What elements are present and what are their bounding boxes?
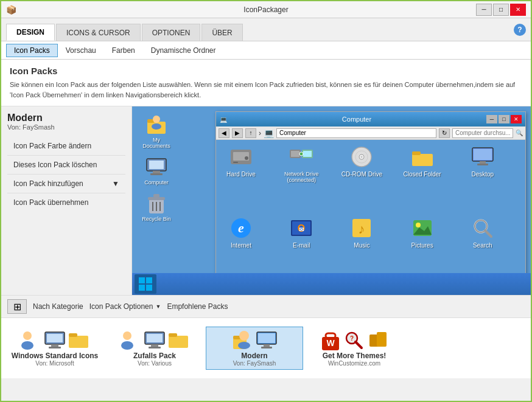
- icon-desktop[interactable]: Desktop: [461, 145, 504, 178]
- breadcrumb-arrow: ›: [259, 129, 261, 137]
- explorer-close[interactable]: ✕: [511, 115, 522, 123]
- explorer-icon-grid: Hard Drive: [216, 140, 525, 284]
- svg-rect-64: [151, 344, 158, 347]
- icon-network-drive[interactable]: Network Drive(connected): [280, 145, 323, 183]
- explorer-forward[interactable]: ▶: [232, 128, 243, 138]
- change-color-menu-item[interactable]: Icon Pack Farbe ändern: [7, 137, 125, 156]
- explorer-path[interactable]: Computer: [276, 128, 436, 138]
- explorer-toolbar: ◀ ▶ ↑ › 💻 Computer ↻ 🔍: [216, 126, 525, 140]
- app-title: IconPackager: [0, 5, 532, 14]
- sidebar-recycle-bin[interactable]: Recycle Bin: [142, 192, 171, 222]
- svg-point-23: [299, 152, 303, 156]
- recommended-label: Empfohlene Packs: [167, 302, 228, 311]
- svg-rect-50: [139, 285, 145, 291]
- hard-drive-label: Hard Drive: [226, 171, 256, 178]
- explorer-search[interactable]: [452, 128, 513, 138]
- tab-icons-cursor[interactable]: ICONS & CURSOR: [56, 24, 141, 41]
- svg-text:♪: ♪: [359, 221, 365, 237]
- apply-pack-menu-item[interactable]: Icon Pack übernehmen: [7, 193, 125, 212]
- icon-hard-drive[interactable]: Hard Drive: [220, 145, 262, 178]
- nach-kategorie-label: Nach Kategorie: [33, 302, 83, 311]
- svg-rect-28: [412, 154, 433, 166]
- svg-text:e: e: [238, 220, 244, 235]
- maximize-button[interactable]: □: [493, 4, 509, 16]
- svg-point-52: [23, 331, 32, 340]
- icon-internet[interactable]: e Internet: [220, 216, 262, 249]
- pack-item-zufalls[interactable]: Zufalls Pack Von: Various: [106, 327, 203, 369]
- icon-closed-folder[interactable]: Closed Folder: [401, 145, 444, 178]
- explorer-window-title: Computer: [227, 116, 486, 123]
- windows-taskbar: [132, 273, 531, 295]
- pack-modern-name: Modern: [241, 352, 267, 360]
- pack-item-get-more[interactable]: W ? Get More Themes! WinCustomize.com: [306, 327, 403, 369]
- icon-search[interactable]: Search: [461, 216, 504, 249]
- pack-options-button[interactable]: Icon Pack Optionen ▼: [89, 302, 161, 311]
- help-button[interactable]: ?: [514, 24, 526, 36]
- page-header: Icon Packs Sie können ein Icon Pack aus …: [1, 60, 531, 106]
- pack-windows-author: Von: Microsoft: [35, 360, 74, 367]
- zufalls-folder-icon: [167, 330, 189, 349]
- svg-rect-63: [147, 334, 163, 342]
- sidebar-my-documents[interactable]: MyDocuments: [142, 113, 170, 149]
- delete-pack-menu-item[interactable]: Dieses Icon Pack löschen: [7, 156, 125, 175]
- main-nav: DESIGN ICONS & CURSOR OPTIONEN ÜBER ?: [1, 18, 531, 41]
- internet-label: Internet: [231, 242, 251, 249]
- selected-pack-author: Von: FaySmash: [7, 123, 125, 131]
- explorer-titlebar: 💻 Computer ─ □ ✕: [216, 112, 525, 126]
- pack-item-windows-standard[interactable]: Windows Standard Icons Von: Microsoft: [6, 327, 103, 369]
- svg-point-27: [360, 156, 363, 158]
- get-more-bag-icon: W: [320, 330, 341, 352]
- grid-icon: ⊞: [13, 301, 21, 313]
- tab-optionen[interactable]: OPTIONEN: [142, 24, 201, 41]
- svg-point-53: [21, 341, 33, 350]
- icon-email[interactable]: O ✉ E-mail: [280, 216, 323, 249]
- icon-pictures[interactable]: Pictures: [401, 216, 444, 249]
- icon-music[interactable]: ♪ Music: [340, 216, 383, 249]
- pack-icons-modern: [232, 330, 278, 352]
- pack-item-modern[interactable]: Modern Von: FaySmash: [206, 327, 303, 370]
- modern-user-icon: [232, 330, 254, 352]
- svg-rect-29: [412, 151, 421, 155]
- svg-rect-7: [150, 173, 163, 175]
- explorer-up[interactable]: ↑: [245, 128, 256, 138]
- windows-logo-icon: [138, 277, 153, 291]
- explorer-refresh[interactable]: ↻: [439, 128, 450, 138]
- svg-point-71: [238, 342, 250, 349]
- svg-point-61: [121, 341, 133, 350]
- cdrom-label: CD-ROM Drive: [341, 171, 382, 178]
- explorer-minimize[interactable]: ─: [486, 115, 497, 123]
- zufalls-user-icon: [120, 330, 142, 352]
- subtab-icon-packs[interactable]: Icon Packs: [6, 44, 58, 57]
- tab-design[interactable]: DESIGN: [6, 24, 55, 41]
- internet-icon: e: [230, 217, 252, 239]
- minimize-button[interactable]: ─: [476, 4, 492, 16]
- start-button[interactable]: [135, 274, 156, 294]
- tab-uber[interactable]: ÜBER: [201, 24, 242, 41]
- my-documents-icon: [145, 113, 168, 136]
- desktop-sidebar: MyDocuments Computer: [132, 106, 181, 273]
- category-grid-button[interactable]: ⊞: [7, 299, 27, 314]
- subtab-farben[interactable]: Farben: [104, 44, 143, 57]
- bottom-bar: ⊞ Nach Kategorie Icon Pack Optionen ▼ Em…: [1, 295, 531, 317]
- explorer-back[interactable]: ◀: [219, 128, 229, 138]
- zufalls-computer-icon: [144, 330, 166, 352]
- add-pack-menu-item[interactable]: Icon Pack hinzufügen ▼: [7, 175, 125, 193]
- svg-rect-6: [153, 171, 160, 173]
- subtab-dynamische-ordner[interactable]: Dynamische Ordner: [143, 44, 224, 57]
- explorer-window: 💻 Computer ─ □ ✕ ◀ ▶ ↑ › 💻 Computer ↻: [215, 111, 526, 285]
- close-button[interactable]: ✕: [510, 4, 526, 16]
- subtab-vorschau[interactable]: Vorschau: [58, 44, 104, 57]
- svg-line-80: [355, 342, 362, 348]
- sidebar-computer[interactable]: Computer: [144, 155, 169, 185]
- icon-cdrom[interactable]: CD-ROM Drive: [340, 145, 383, 178]
- explorer-window-controls: ─ □ ✕: [486, 115, 522, 123]
- get-more-star-icon: [367, 330, 389, 352]
- svg-rect-58: [69, 336, 88, 348]
- explorer-maximize[interactable]: □: [499, 115, 509, 123]
- explorer-content: Hard Drive: [216, 140, 525, 284]
- svg-point-2: [153, 116, 160, 123]
- svg-rect-57: [49, 347, 61, 348]
- pack-modern-author: Von: FaySmash: [233, 360, 276, 367]
- pack-get-more-name: Get More Themes!: [323, 352, 387, 360]
- pack-get-more-author: WinCustomize.com: [328, 360, 380, 367]
